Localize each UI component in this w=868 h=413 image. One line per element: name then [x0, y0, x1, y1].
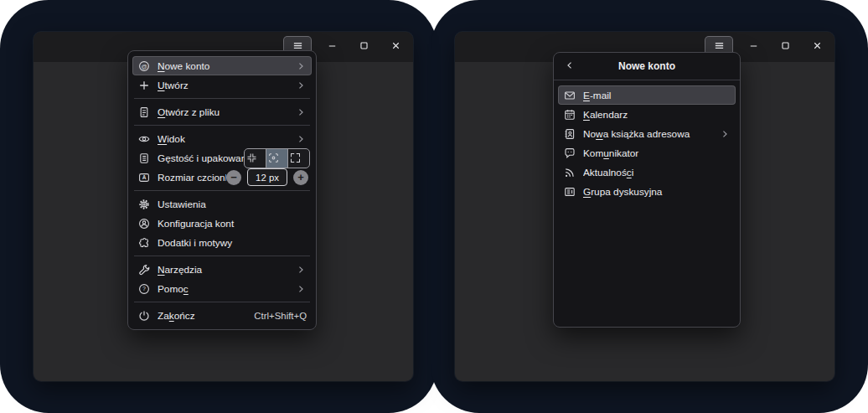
font-size-icon: A: [137, 171, 151, 184]
feed-icon: [563, 166, 576, 179]
menu-item-label: Kalendarz: [583, 109, 731, 121]
mail-icon: [563, 89, 576, 102]
menu-item-calendar[interactable]: Kalendarz: [558, 105, 736, 124]
divider: [134, 98, 310, 99]
density-icon: [137, 152, 151, 165]
new-account-submenu-popup: Nowe konto E-mailKalendarzNowa książka a…: [553, 52, 741, 328]
menu-item-label: Ustawienia: [158, 199, 307, 210]
menu-item-density[interactable]: Gęstość i upakowanie: [132, 148, 312, 168]
decrease-font-size-button[interactable]: −: [226, 170, 241, 185]
help-icon: ?: [137, 282, 151, 296]
font-size-value: 12 px: [247, 168, 287, 186]
menu-item-email[interactable]: E-mail: [558, 85, 736, 105]
menu-item-label: Otwórz z pliku: [158, 106, 295, 118]
file-icon: [137, 106, 151, 119]
app-menu-popup: @Nowe kontoUtwórzOtwórz z plikuWidokGęst…: [127, 50, 317, 330]
relaxed-density-icon: [289, 152, 302, 165]
menu-item-newsgroups[interactable]: Grupa dyskusyjna: [558, 182, 736, 201]
submenu-chevron-icon: [295, 264, 307, 276]
minimize-icon: [748, 39, 759, 54]
minimize-button[interactable]: [316, 35, 348, 59]
submenu-header: Nowe konto: [558, 56, 736, 76]
density-option-compact[interactable]: [245, 149, 266, 168]
default-density-icon: [267, 152, 281, 165]
menu-item-label: Dodatki i motywy: [158, 237, 307, 249]
menu-item-label: Pomoc: [158, 283, 295, 295]
menu-item-label: Utwórz: [158, 80, 295, 91]
minimize-button[interactable]: [737, 35, 769, 59]
menu-item-new-address-book[interactable]: Nowa książka adresowa: [558, 124, 736, 143]
menu-item-label: Konfiguracja kont: [158, 218, 307, 230]
menu-item-open-from-file[interactable]: Otwórz z pliku: [132, 102, 312, 121]
newsgroup-icon: [563, 185, 576, 199]
tools-icon: [137, 263, 151, 276]
divider: [554, 80, 740, 80]
density-options: [244, 148, 310, 168]
close-button[interactable]: [380, 35, 411, 59]
account-gear-icon: [137, 217, 151, 230]
menu-item-feeds[interactable]: Aktualności: [558, 163, 736, 182]
submenu-chevron-icon: [295, 80, 307, 91]
font-size-control: −12 px+: [226, 168, 308, 186]
close-button[interactable]: [801, 35, 833, 59]
divider: [134, 190, 310, 191]
menu-item-label: E-mail: [583, 90, 731, 101]
submenu-chevron-icon: [295, 60, 307, 72]
menu-item-new-account[interactable]: @Nowe konto: [132, 56, 312, 75]
submenu-chevron-icon: [295, 283, 307, 295]
menu-item-font-size[interactable]: ARozmiar czcionki−12 px+: [132, 168, 312, 187]
menu-item-quit[interactable]: ZakończCtrl+Shift+Q: [132, 306, 312, 325]
menu-item-label: Aktualności: [583, 167, 731, 178]
svg-text:A: A: [142, 174, 147, 180]
shortcut-label: Ctrl+Shift+Q: [254, 311, 307, 321]
puzzle-icon: [137, 236, 151, 250]
menu-item-label: Widok: [158, 133, 295, 145]
menu-item-tools[interactable]: Narzędzia: [132, 260, 312, 279]
minimize-icon: [327, 39, 338, 54]
svg-text:@: @: [141, 62, 147, 70]
density-option-default[interactable]: [266, 149, 287, 168]
calendar-icon: [563, 108, 576, 121]
back-button[interactable]: [563, 59, 576, 73]
gear-icon: [137, 198, 151, 211]
divider: [134, 125, 310, 126]
menu-item-view[interactable]: Widok: [132, 129, 312, 148]
menu-item-label: Nowa książka adresowa: [583, 128, 719, 140]
submenu-chevron-icon: [295, 133, 307, 145]
svg-text:?: ?: [142, 286, 146, 292]
menu-item-label: Grupa dyskusyjna: [583, 186, 731, 198]
menu-item-settings[interactable]: Ustawienia: [132, 194, 312, 214]
eye-icon: [137, 132, 151, 146]
close-icon: [812, 39, 823, 54]
menu-item-label: Rozmiar czcionki: [158, 172, 226, 183]
maximize-icon: [780, 39, 791, 54]
divider: [134, 302, 310, 302]
power-icon: [137, 309, 151, 323]
menu-item-account-settings[interactable]: Konfiguracja kont: [132, 214, 312, 233]
increase-font-size-button[interactable]: +: [293, 170, 308, 185]
submenu-chevron-icon: [295, 106, 307, 118]
menu-item-create[interactable]: Utwórz: [132, 75, 312, 95]
menu-item-label: Gęstość i upakowanie: [158, 152, 244, 164]
maximize-icon: [359, 39, 369, 54]
menu-item-label: Komunikator: [583, 147, 731, 159]
plus-icon: [137, 79, 151, 92]
submenu-chevron-icon: [719, 128, 731, 140]
compact-density-icon: [245, 152, 259, 165]
menu-item-help[interactable]: ?Pomoc: [132, 279, 312, 298]
menu-item-label: Narzędzia: [158, 264, 295, 276]
back-chevron-icon: [565, 60, 575, 73]
maximize-button[interactable]: [348, 35, 380, 59]
menu-item-chat[interactable]: Komunikator: [558, 143, 736, 163]
address-book-icon: [563, 127, 576, 141]
density-option-relaxed[interactable]: [287, 149, 309, 168]
chat-icon: [563, 147, 576, 160]
close-icon: [390, 39, 401, 54]
submenu-title: Nowe konto: [618, 60, 675, 72]
menu-item-label: Nowe konto: [158, 60, 295, 72]
maximize-button[interactable]: [769, 35, 801, 59]
account-icon: @: [137, 59, 151, 73]
menu-item-label: Zakończ: [158, 310, 247, 322]
divider: [134, 256, 310, 256]
menu-item-addons-themes[interactable]: Dodatki i motywy: [132, 233, 312, 252]
